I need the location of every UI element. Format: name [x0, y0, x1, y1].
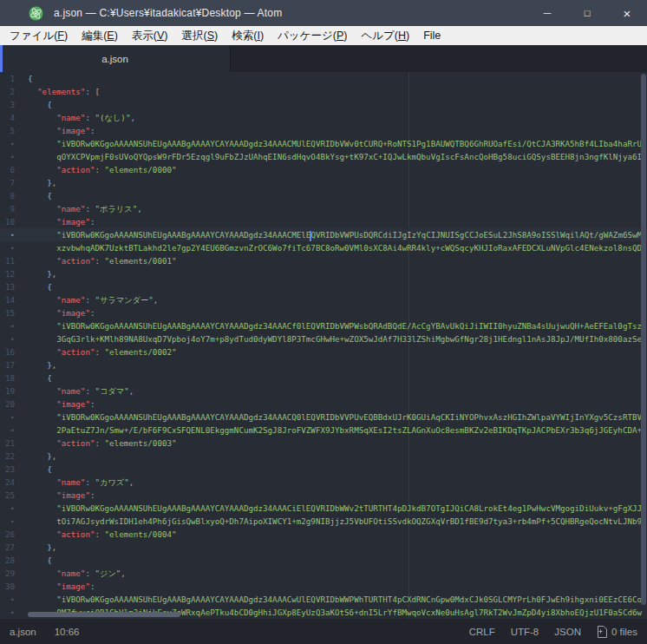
code-row[interactable]: 29 "name": "ジン",: [0, 567, 647, 580]
code-row[interactable]: • "iVBORw0KGgoAAAANSUhEUgAAABgAAAAYCAYAA…: [0, 411, 647, 424]
status-crlf[interactable]: CRLF: [469, 627, 495, 637]
code-row[interactable]: • qOYXCPVpmjF0sUVoQYQpsW9rFDr5Ezqgl9uFbZ…: [0, 150, 647, 163]
code-row[interactable]: 7 },: [0, 176, 647, 189]
menu-item-file-en[interactable]: File: [416, 30, 448, 42]
line-number: 15: [0, 306, 26, 319]
code-row[interactable]: 2 "elements": [: [0, 85, 647, 98]
code-row[interactable]: • "iVBORw0KGgoAAAANSUhEUgAAABgAAAAYCAYAA…: [0, 137, 647, 150]
wrap-bullet: •: [0, 424, 26, 437]
code-line: xzvbwhqADK7UzktBTLakhd2le7gp2Y4EU6BGmzvn…: [26, 241, 642, 254]
line-number: 5: [0, 124, 26, 137]
wrap-bullet: •: [0, 150, 26, 163]
vertical-scrollbar[interactable]: [641, 74, 646, 605]
atom-logo-icon: [29, 6, 43, 21]
status-bar: a.json 10:66 CRLFUTF-8JSON 0 files: [0, 619, 647, 644]
code-line: "name": "サラマンダー",: [26, 293, 158, 306]
line-number: 23: [0, 463, 26, 476]
code-row[interactable]: 23 {: [0, 463, 647, 476]
code-row[interactable]: 3 {: [0, 98, 647, 111]
code-row[interactable]: 28 {: [0, 554, 647, 567]
code-row[interactable]: • "iVBORw0KGgoAAAANSUhEUgAAABgAAAAYCAYAA…: [0, 502, 647, 515]
line-number: 21: [0, 437, 26, 450]
code-row[interactable]: 22 },: [0, 450, 647, 463]
git-diff-icon: [597, 626, 607, 638]
wrap-bullet: •: [0, 606, 26, 619]
line-number: 3: [0, 98, 26, 111]
menu-item-edit[interactable]: 編集(E): [75, 29, 125, 43]
text-editor[interactable]: 1{2 "elements": [3 {4 "name": "(なし)",5 "…: [0, 72, 647, 619]
code-row[interactable]: 20 "image":: [0, 398, 647, 411]
git-status[interactable]: 0 files: [597, 626, 637, 638]
code-row[interactable]: • xzvbwhqADK7UzktBTLakhd2le7gp2Y4EU6BGmz…: [0, 241, 647, 254]
code-line: "iVBORw0KGgoAAAANSUhEUgAAABgAAAAYCAYAAAD…: [26, 502, 642, 515]
line-number: 13: [0, 280, 26, 293]
code-row[interactable]: 17 },: [0, 358, 647, 371]
menu-item-select[interactable]: 選択(S): [175, 29, 225, 43]
code-row[interactable]: • "iVBORw0KGgoAAAANSUhEUgAAABgAAAAYCAYAA…: [0, 593, 647, 606]
code-row[interactable]: 12 },: [0, 267, 647, 280]
code-line: "elements": [: [26, 85, 100, 98]
minimize-button[interactable]: ─: [527, 0, 567, 26]
menu-item-find[interactable]: 検索(I): [225, 29, 271, 43]
line-number: 17: [0, 358, 26, 371]
line-number: 1: [0, 72, 26, 85]
line-number: 16: [0, 345, 26, 358]
code-row[interactable]: 26 "action": "elements/0004": [0, 528, 647, 541]
code-line: qOYXCPVpmjF0sUVoQYQpsW9rFDr5Ezqgl9uFbZJz…: [26, 150, 642, 163]
code-row[interactable]: • 3GqG3rlk+KMlh89NA8UxqD7Vpboj4oY7m+p8yd…: [0, 332, 647, 345]
code-row[interactable]: 13 {: [0, 280, 647, 293]
code-row[interactable]: • "iVBORw0KGgoAAAANSUhEUgAAABgAAAAYCAYAA…: [0, 319, 647, 332]
code-row[interactable]: 27 },: [0, 541, 647, 554]
code-row[interactable]: 21 "action": "elements/0003": [0, 437, 647, 450]
line-number: 6: [0, 163, 26, 176]
code-row[interactable]: 15 "image":: [0, 306, 647, 319]
code-row[interactable]: 30 "image":: [0, 580, 647, 593]
status-cursor-position[interactable]: 10:66: [55, 627, 80, 637]
wrap-bullet: •: [0, 241, 26, 254]
code-row[interactable]: 19 "name": "コダマ",: [0, 384, 647, 398]
code-row[interactable]: • tOi7AGJsydrWsIDH1eh4Ph6jGisQwBlxyoQ+Dh…: [0, 515, 647, 528]
line-number: 14: [0, 293, 26, 306]
code-row[interactable]: 5 "image":: [0, 124, 647, 137]
code-row[interactable]: 11 "action": "elements/0001": [0, 254, 647, 267]
line-number: 27: [0, 541, 26, 554]
code-row[interactable]: 24 "name": "カワズ",: [0, 476, 647, 489]
code-line: "action": "elements/0000": [26, 163, 177, 176]
atom-window: a.json — C:¥Users¥itadakicat¥Desktop — A…: [0, 0, 647, 644]
code-row[interactable]: 25 "image":: [0, 489, 647, 502]
code-row[interactable]: • 2PaEtuZ7Jn/Smw+/E/bF6F9CxSFQENL0EkggmN…: [0, 424, 647, 437]
line-number: 26: [0, 528, 26, 541]
status-utf-8[interactable]: UTF-8: [511, 627, 539, 637]
code-row-cursor-line[interactable]: • "iVBORw0KGgoAAAANSUhEUgAAABgAAAAYCAYAA…: [0, 228, 647, 241]
menu-item-help[interactable]: ヘルプ(H): [354, 29, 416, 43]
code-line: {: [26, 371, 52, 384]
status-filename[interactable]: a.json: [10, 627, 36, 637]
status-right: CRLFUTF-8JSON 0 files: [469, 626, 637, 638]
code-row[interactable]: 9 "name": "ポラリス",: [0, 202, 647, 215]
tab-a-json[interactable]: a.json: [0, 45, 231, 72]
close-button[interactable]: ×: [607, 0, 647, 26]
status-left: a.json 10:66: [10, 627, 79, 637]
code-line: "image":: [26, 124, 95, 137]
code-row[interactable]: 14 "name": "サラマンダー",: [0, 293, 647, 306]
code-row[interactable]: 6 "action": "elements/0000": [0, 163, 647, 176]
code-row[interactable]: 16 "action": "elements/0002": [0, 345, 647, 358]
code-row[interactable]: 4 "name": "(なし)",: [0, 111, 647, 124]
menu-item-file-ja[interactable]: ファイル(F): [3, 29, 75, 43]
horizontal-scrollbar[interactable]: [28, 612, 180, 617]
maximize-button[interactable]: □: [567, 0, 607, 26]
status-json[interactable]: JSON: [554, 627, 581, 637]
code-row[interactable]: 1{: [0, 72, 647, 85]
menu-item-packages[interactable]: パッケージ(P): [271, 29, 354, 43]
menu-bar: ファイル(F)編集(E)表示(V)選択(S)検索(I)パッケージ(P)ヘルプ(H…: [0, 26, 647, 45]
code-row[interactable]: 18 {: [0, 371, 647, 384]
code-line: tOi7AGJsydrWsIDH1eh4Ph6jGisQwBlxyoQ+Dh7A…: [26, 515, 642, 528]
code-row[interactable]: 10 "image":: [0, 215, 647, 228]
wrap-bullet: •: [0, 411, 26, 424]
code-row[interactable]: 8 {: [0, 189, 647, 202]
code-line: "name": "ポラリス",: [26, 202, 142, 215]
menu-item-view[interactable]: 表示(V): [125, 29, 175, 43]
line-number: 12: [0, 267, 26, 280]
line-number: 30: [0, 580, 26, 593]
code-line: },: [26, 541, 56, 554]
